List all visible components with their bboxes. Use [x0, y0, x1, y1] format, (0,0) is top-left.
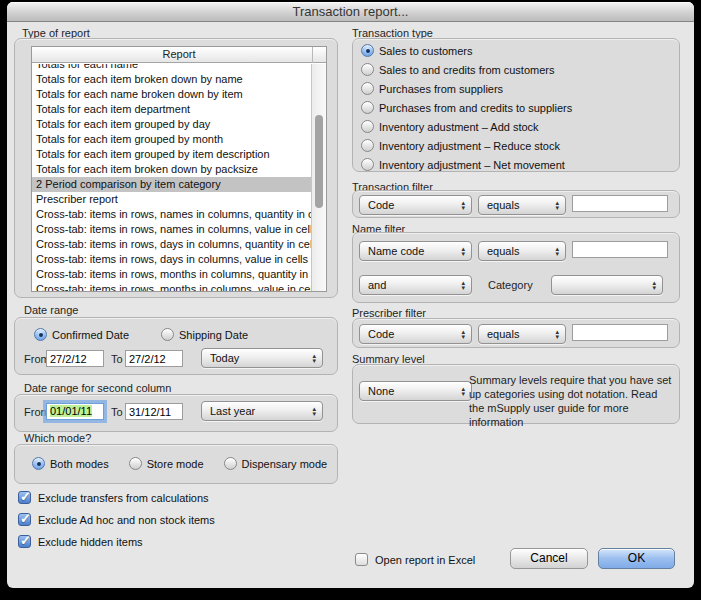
- radio-icon[interactable]: [361, 101, 374, 114]
- exclude-option[interactable]: Exclude transfers from calculations: [18, 491, 215, 504]
- radio-label: Sales to customers: [379, 45, 473, 57]
- transaction-report-dialog: Transaction report... Type of report Rep…: [7, 2, 694, 588]
- radio-icon[interactable]: [361, 63, 374, 76]
- radio-icon[interactable]: [361, 158, 374, 171]
- report-list-item[interactable]: Totals for each item grouped by day: [32, 117, 311, 132]
- name-filter-conjunction-dropdown[interactable]: and: [359, 275, 472, 295]
- report-list-item[interactable]: Cross-tab: items in rows, names in colum…: [32, 222, 311, 237]
- report-list-item[interactable]: Cross-tab: items in rows, months in colu…: [32, 267, 311, 282]
- report-list-item[interactable]: Cross-tab: items in rows, names in colum…: [32, 207, 311, 222]
- radio-label: Sales to and credits from customers: [379, 64, 554, 76]
- cancel-button[interactable]: Cancel: [510, 548, 588, 569]
- date-type-option[interactable]: Confirmed Date: [34, 328, 129, 341]
- which-mode-option[interactable]: Both modes: [32, 457, 109, 470]
- report-list-item[interactable]: Prescriber report: [32, 192, 311, 207]
- radio-label: Both modes: [50, 458, 109, 470]
- dropdown-value: equals: [487, 199, 519, 211]
- radio-icon[interactable]: [361, 44, 374, 57]
- radio-icon[interactable]: [34, 328, 47, 341]
- report-list-item[interactable]: Cross-tab: items in rows, days in column…: [32, 252, 311, 267]
- radio-label: Purchases from and credits to suppliers: [379, 102, 572, 114]
- checkbox-label: Exclude hidden items: [38, 536, 143, 548]
- transaction-filter-field-dropdown[interactable]: Code: [359, 195, 472, 215]
- scrollbar-thumb[interactable]: [315, 115, 323, 208]
- prescriber-filter-group: Code equals: [352, 318, 680, 348]
- transaction-type-option[interactable]: Sales to and credits from customers: [361, 63, 572, 76]
- checkbox-icon[interactable]: [18, 491, 31, 504]
- which-mode-option[interactable]: Store mode: [129, 457, 204, 470]
- radio-label: Store mode: [147, 458, 204, 470]
- date-from-input[interactable]: [46, 350, 104, 367]
- transaction-filter-operator-dropdown[interactable]: equals: [478, 195, 566, 215]
- report-list-item[interactable]: Totals for each item broken down by pack…: [32, 162, 311, 177]
- name-filter-operator-dropdown[interactable]: equals: [478, 241, 566, 261]
- date-preset-second-dropdown[interactable]: Last year: [201, 401, 323, 421]
- report-column-header[interactable]: Report: [32, 47, 326, 63]
- report-list-item[interactable]: Totals for each item broken down by name: [32, 72, 311, 87]
- name-filter-field-dropdown[interactable]: Name code: [359, 241, 472, 261]
- dropdown-value: and: [368, 279, 386, 291]
- transaction-type-option[interactable]: Purchases from suppliers: [361, 82, 572, 95]
- report-list-item[interactable]: Totals for each item grouped by item des…: [32, 147, 311, 162]
- report-list-item[interactable]: Cross-tab: items in rows, days in column…: [32, 237, 311, 252]
- radio-icon[interactable]: [224, 457, 237, 470]
- prescriber-filter-value-input[interactable]: [572, 324, 668, 341]
- report-list-item[interactable]: Cross-tab: items in rows, months in colu…: [32, 282, 311, 291]
- radio-label: Inventory adustment – Add stock: [379, 121, 539, 133]
- radio-label: Inventory adjustment – Reduce stock: [379, 140, 560, 152]
- date-preset-value: Today: [210, 352, 239, 364]
- category-dropdown[interactable]: [551, 275, 663, 295]
- prescriber-filter-operator-dropdown[interactable]: equals: [478, 324, 566, 344]
- radio-icon[interactable]: [361, 82, 374, 95]
- open-excel-option[interactable]: Open report in Excel: [355, 553, 475, 566]
- date-to-input[interactable]: [125, 350, 183, 367]
- prescriber-filter-field-dropdown[interactable]: Code: [359, 324, 472, 344]
- open-excel-checkbox[interactable]: [355, 553, 368, 566]
- transaction-filter-group: Code equals: [352, 190, 680, 218]
- report-list-item[interactable]: 2 Period comparison by item category: [32, 177, 311, 192]
- date-to-second-input[interactable]: [125, 403, 183, 420]
- radio-icon[interactable]: [361, 139, 374, 152]
- report-list-item[interactable]: Totals for each name: [32, 64, 311, 72]
- which-mode-label: Which mode?: [24, 432, 91, 444]
- radio-icon[interactable]: [361, 120, 374, 133]
- window-title: Transaction report...: [293, 4, 409, 19]
- radio-icon[interactable]: [161, 328, 174, 341]
- report-list-scrollbar[interactable]: [311, 64, 326, 291]
- exclude-option[interactable]: Exclude hidden items: [18, 535, 215, 548]
- checkbox-icon[interactable]: [18, 513, 31, 526]
- checkbox-label: Exclude transfers from calculations: [38, 492, 209, 504]
- name-filter-value-input[interactable]: [572, 241, 668, 258]
- transaction-type-option[interactable]: Inventory adjustment – Net movement: [361, 158, 572, 171]
- date-preset-second-value: Last year: [210, 405, 255, 417]
- checkbox-label: Exclude Ad hoc and non stock items: [38, 514, 215, 526]
- column-divider: [312, 47, 313, 63]
- radio-icon[interactable]: [32, 457, 45, 470]
- which-mode-option[interactable]: Dispensary mode: [224, 457, 328, 470]
- summary-level-dropdown[interactable]: None: [359, 381, 472, 401]
- radio-icon[interactable]: [129, 457, 142, 470]
- open-excel-label: Open report in Excel: [375, 554, 475, 566]
- transaction-type-option[interactable]: Sales to customers: [361, 44, 572, 57]
- date-from-second-input[interactable]: 01/01/11: [46, 403, 104, 420]
- checkbox-icon[interactable]: [18, 535, 31, 548]
- title-bar[interactable]: Transaction report...: [7, 2, 694, 22]
- report-list-item[interactable]: Totals for each item department: [32, 102, 311, 117]
- dropdown-value: equals: [487, 245, 519, 257]
- date-type-option[interactable]: Shipping Date: [161, 328, 248, 341]
- exclude-option[interactable]: Exclude Ad hoc and non stock items: [18, 513, 215, 526]
- transaction-type-option[interactable]: Inventory adjustment – Reduce stock: [361, 139, 572, 152]
- report-list-item[interactable]: Totals for each item grouped by month: [32, 132, 311, 147]
- transaction-filter-value-input[interactable]: [572, 195, 668, 212]
- date-range-second-group: From 01/01/11 To Last year: [14, 394, 338, 432]
- transaction-type-option[interactable]: Inventory adustment – Add stock: [361, 120, 572, 133]
- type-of-report-group: Report Totals for each nameTotals for ea…: [14, 38, 338, 298]
- report-list-viewport: Totals for each nameTotals for each item…: [32, 64, 311, 291]
- report-list-item[interactable]: Totals for each name broken down by item: [32, 87, 311, 102]
- dropdown-value: Code: [368, 328, 394, 340]
- ok-button[interactable]: OK: [598, 548, 675, 569]
- transaction-type-option[interactable]: Purchases from and credits to suppliers: [361, 101, 572, 114]
- transaction-type-group: Sales to customersSales to and credits f…: [352, 38, 680, 172]
- date-preset-dropdown[interactable]: Today: [201, 348, 323, 368]
- report-list: Report Totals for each nameTotals for ea…: [31, 46, 327, 292]
